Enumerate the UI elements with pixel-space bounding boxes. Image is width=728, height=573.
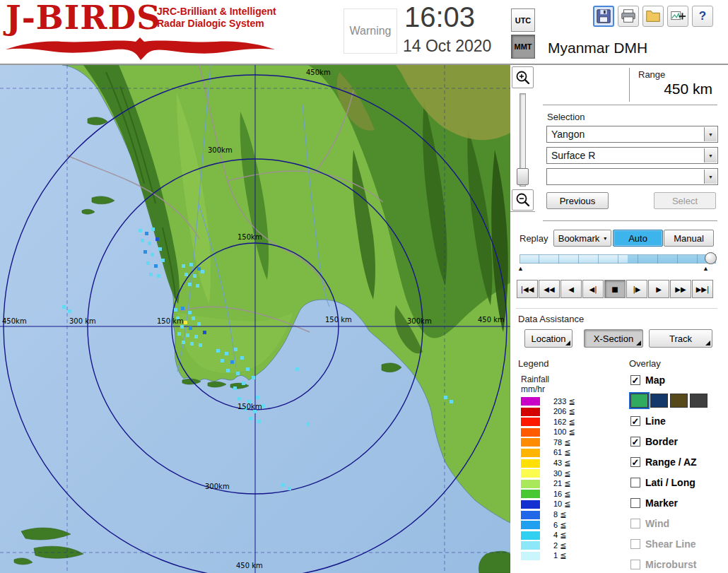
clock-date: 14 Oct 2020 (403, 37, 491, 56)
location-button[interactable]: Location (524, 329, 573, 348)
range-ring-label: 450km (2, 317, 27, 325)
manual-mode-button[interactable]: Manual (664, 230, 714, 247)
zoom-out-button[interactable] (512, 189, 534, 211)
legend-color-swatch (521, 449, 540, 457)
help-button[interactable]: ? (692, 6, 713, 27)
open-folder-button[interactable] (642, 6, 664, 27)
playback-fast-forward-button[interactable]: ▶▶ (670, 280, 691, 298)
chevron-down-icon[interactable]: ▼ (704, 170, 717, 184)
overlay-list: ✓ Map ✓ Line ✓ Border ✓ Range / AZ (630, 373, 727, 572)
timeline-ticks (519, 254, 716, 264)
precip-echo (237, 397, 241, 401)
warning-status[interactable]: Warning (344, 8, 397, 54)
print-button[interactable] (618, 6, 639, 27)
map-style-swatch-4[interactable] (690, 394, 708, 408)
site-dropdown[interactable]: Yangon ▼ (546, 126, 718, 143)
legend-color-swatch (521, 552, 540, 560)
precip-echo (151, 228, 155, 231)
track-button[interactable]: Track (649, 329, 712, 348)
precip-echo (221, 359, 224, 362)
auto-mode-button[interactable]: Auto (613, 230, 663, 247)
precip-echo (196, 284, 199, 288)
precip-echo (62, 305, 66, 309)
legend-entry: 100 ≦ (521, 428, 575, 437)
timeline-thumb[interactable] (705, 252, 717, 264)
product-dropdown[interactable]: Surface R ▼ (546, 147, 718, 164)
playback-fast-rewind-button[interactable]: ◀◀ (539, 280, 560, 298)
playback-controls: |◀◀◀◀◀◀|■|▶▶▶▶▶▶| (517, 280, 713, 298)
overlay-checkbox-line[interactable]: ✓ Line (630, 414, 727, 428)
zoom-panel (510, 65, 535, 212)
precip-echo (154, 264, 158, 268)
timezone-mmt-button[interactable]: MMT (511, 35, 535, 59)
zoom-slider-thumb[interactable] (517, 168, 529, 185)
overlay-checkbox-marker[interactable]: ✓ Marker (630, 496, 727, 510)
legend-label: Legend (518, 358, 548, 369)
overlay-checkbox-border[interactable]: ✓ Border (630, 435, 727, 449)
save-icon (595, 8, 612, 25)
playback-play-button[interactable]: ▶ (648, 280, 669, 298)
legend-value: 61 ≦ (553, 448, 571, 457)
legend-entry: 78 ≦ (521, 438, 575, 447)
playback-first-button[interactable]: |◀◀ (517, 280, 538, 298)
legend-value: 4 ≦ (553, 531, 566, 540)
legend-value: 10 ≦ (553, 500, 571, 509)
timeline-start-marker[interactable]: ▲ (517, 265, 524, 272)
map-style-swatch-1[interactable] (630, 394, 648, 408)
zoom-in-button[interactable] (512, 66, 534, 88)
playback-last-button[interactable]: ▶▶| (692, 280, 713, 298)
legend-color-swatch (521, 521, 540, 529)
replay-timeline[interactable] (519, 254, 716, 264)
precip-echo (246, 367, 249, 371)
timeline-end-marker[interactable]: ▲ (703, 265, 709, 272)
add-image-icon (669, 8, 686, 25)
playback-stop-button[interactable]: ■ (604, 280, 626, 298)
overlay-checkbox-range-az[interactable]: ✓ Range / AZ (630, 455, 727, 469)
chevron-down-icon[interactable]: ▼ (704, 127, 717, 141)
help-icon: ? (699, 9, 706, 23)
precip-echo (190, 342, 194, 345)
legend-entry: 2 ≦ (521, 541, 575, 550)
xsection-button[interactable]: X-Section (584, 329, 643, 348)
range-ring-label: 150 km (157, 317, 184, 325)
legend-value: 8 ≦ (553, 510, 566, 519)
precip-echo (141, 239, 144, 242)
previous-button[interactable]: Previous (546, 192, 609, 209)
overlay-checkbox-shear-line[interactable]: ✓ Shear Line (630, 537, 727, 551)
legend-entry: 162 ≦ (521, 418, 575, 426)
precip-echo (252, 376, 255, 379)
overlay-checkbox-map[interactable]: ✓ Map (630, 373, 727, 387)
legend-unit-line1: Rainfall (521, 374, 549, 384)
radar-map[interactable]: 450km300km150km150km300km450 km450km300 … (0, 65, 510, 573)
precip-echo (155, 237, 159, 241)
legend-color-swatch (521, 490, 540, 498)
bookmark-button[interactable]: Bookmark ▾ (553, 230, 611, 247)
map-style-swatch-3[interactable] (670, 394, 688, 408)
precip-echo (182, 341, 185, 344)
timezone-utc-button[interactable]: UTC (511, 8, 535, 32)
overlay-checkbox-microburst[interactable]: ✓ Microburst (630, 557, 727, 572)
range-label: Range (638, 69, 665, 80)
legend-entry: 43 ≦ (521, 459, 575, 468)
precip-echo (192, 317, 195, 320)
xsection-button-label: X-Section (594, 333, 633, 344)
save-button[interactable] (593, 6, 614, 27)
select-button[interactable]: Select (654, 192, 716, 209)
precip-echo (145, 232, 148, 235)
overlay-checkbox-wind[interactable]: ✓ Wind (630, 516, 727, 531)
overlay-checkbox-lati-long[interactable]: ✓ Lati / Long (630, 475, 727, 490)
playback-step-back-button[interactable]: ◀| (582, 280, 604, 298)
range-ring-label: 300km (205, 483, 230, 490)
map-style-swatch-2[interactable] (650, 394, 668, 408)
option-dropdown[interactable]: ▼ (546, 168, 718, 185)
data-assistance-label: Data Assistance (518, 314, 584, 324)
eagle-logo-icon (4, 37, 276, 64)
chevron-down-icon[interactable]: ▼ (704, 148, 717, 163)
playback-play-reverse-button[interactable]: ◀ (560, 280, 582, 298)
playback-step-forward-button[interactable]: |▶ (626, 280, 647, 298)
legend-color-swatch (521, 459, 540, 468)
legend-entry: 61 ≦ (521, 449, 575, 457)
overlay-item-label: Marker (645, 497, 678, 509)
checkbox-icon: ✓ (630, 375, 640, 385)
add-image-button[interactable] (667, 6, 688, 27)
